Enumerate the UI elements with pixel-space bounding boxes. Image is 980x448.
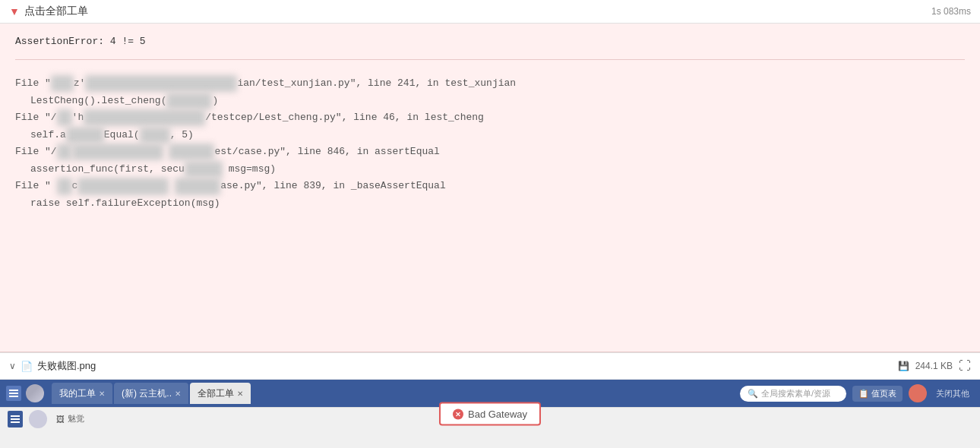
screenshot-file-icon: 📄	[21, 361, 33, 372]
tab-label-new-cloud: (新) 云主机..	[122, 387, 172, 400]
browser-tabs: 我的工单 ✕ (新) 云主机.. ✕ 全部工单 ✕	[52, 383, 735, 404]
close-others-btn[interactable]: 关闭其他	[931, 386, 974, 402]
file-line-1: File " z' ian/test_xunjian.py", line 241…	[15, 75, 965, 93]
traceback-line-3: File "/ est/case.py", line 846, in asser…	[15, 144, 965, 178]
tab-all-orders[interactable]: 全部工单 ✕	[190, 383, 251, 404]
tab-new-cloud[interactable]: (新) 云主机.. ✕	[114, 383, 188, 404]
sidebar-item-icon: 🖼	[56, 415, 65, 424]
file-size-icon: 💾	[898, 361, 909, 371]
tab-close-my-orders[interactable]: ✕	[99, 390, 105, 398]
expand-icon[interactable]: ⛶	[959, 359, 971, 373]
code-line-3: assertion_func(first, secu msg=msg)	[15, 161, 965, 178]
error-content-area: AssertionError: 4 != 5 File " z' ian/tes…	[0, 24, 980, 352]
main-container: ▼ 点击全部工单 1s 083ms AssertionError: 4 != 5…	[0, 0, 980, 448]
file-line-3: File "/ est/case.py", line 846, in asser…	[15, 144, 965, 161]
gateway-error-text: Bad Gateway	[468, 409, 527, 420]
traceback-line-4: File " c ase.py", line 839, in _baseAsse…	[15, 178, 965, 212]
file-size-value: 244.1 KB	[915, 361, 953, 371]
tab-my-orders[interactable]: 我的工单 ✕	[52, 383, 112, 404]
header-title: 点击全部工单	[24, 5, 88, 18]
file-line-2: File "/ 'h /testcep/Lest_cheng.py", line…	[15, 109, 965, 127]
file-line-4: File " c ase.py", line 839, in _baseAsse…	[15, 178, 965, 195]
screenshot-filename: 失败截图.png	[37, 359, 96, 373]
traceback-line-2: File "/ 'h /testcep/Lest_cheng.py", line…	[15, 109, 965, 144]
execution-time: 1s 083ms	[931, 6, 971, 17]
traceback-area: File " z' ian/test_xunjian.py", line 241…	[15, 75, 965, 212]
tab-close-all-orders[interactable]: ✕	[237, 390, 243, 398]
tab-label-all-orders: 全部工单	[198, 387, 234, 400]
browser-preview: 我的工单 ✕ (新) 云主机.. ✕ 全部工单 ✕ 🔍	[0, 380, 980, 448]
search-placeholder-text: 全局搜索素单/资源	[761, 388, 830, 399]
code-line-4: raise self.failureException(msg)	[15, 195, 965, 212]
screenshot-size-area: 💾 244.1 KB ⛶	[898, 359, 971, 373]
gateway-error-overlay: ✕ Bad Gateway	[439, 402, 541, 426]
traceback-line-1: File " z' ian/test_xunjian.py", line 241…	[15, 75, 965, 109]
header-row: ▼ 点击全部工单 1s 083ms	[0, 0, 980, 24]
search-icon: 🔍	[748, 389, 758, 399]
browser-right-controls: 🔍 全局搜索素单/资源 📋 值页表	[740, 384, 927, 402]
sidebar-logo	[29, 410, 47, 428]
gateway-error-icon: ✕	[453, 409, 463, 419]
assertion-error: AssertionError: 4 != 5	[15, 36, 965, 60]
sidebar-toggle-icon[interactable]	[8, 411, 23, 427]
user-avatar-icon[interactable]	[909, 384, 927, 402]
sidebar-item-label: 魅觉	[68, 413, 84, 424]
code-line-1: LestCheng().lest_cheng( )	[15, 93, 965, 110]
value-table-btn[interactable]: 📋 值页表	[852, 386, 903, 402]
value-table-icon: 📋	[858, 389, 869, 399]
value-table-label: 值页表	[871, 388, 896, 399]
code-line-2: self.a Equal( , 5)	[15, 127, 965, 144]
screenshot-header: ∨ 📄 失败截图.png 💾 244.1 KB ⛶	[0, 353, 980, 380]
tab-label-my-orders: 我的工单	[59, 387, 96, 400]
tab-close-new-cloud[interactable]: ✕	[175, 390, 181, 398]
browser-menu-icon[interactable]	[6, 386, 21, 401]
sidebar-item-view[interactable]: 🖼 魅觉	[56, 413, 84, 424]
browser-logo	[26, 384, 44, 402]
screenshot-chevron[interactable]: ∨	[9, 361, 16, 371]
screenshot-section: ∨ 📄 失败截图.png 💾 244.1 KB ⛶	[0, 352, 980, 448]
collapse-chevron[interactable]: ▼	[9, 5, 20, 17]
browser-search-box[interactable]: 🔍 全局搜索素单/资源	[740, 386, 846, 402]
